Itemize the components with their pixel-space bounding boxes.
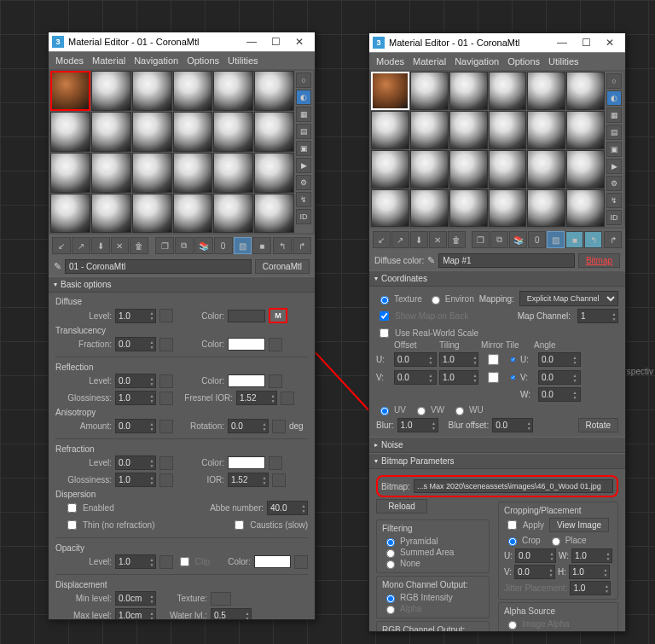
material-slot[interactable]: [371, 189, 409, 228]
material-slot[interactable]: [50, 153, 90, 193]
diffuse-level-map-button[interactable]: [159, 309, 173, 322]
diffuse-color-map-button[interactable]: M: [269, 308, 287, 323]
assign-to-selection-icon[interactable]: ⬇: [91, 237, 110, 254]
material-slot[interactable]: [91, 71, 131, 111]
material-slot[interactable]: [527, 189, 565, 228]
mono-alpha-radio[interactable]: Alpha: [382, 603, 484, 614]
go-parent-icon[interactable]: ↰: [584, 231, 602, 248]
menu-modes[interactable]: Modes: [55, 55, 84, 66]
blur-spinner[interactable]: ▲▼: [397, 418, 438, 432]
refraction-color-swatch[interactable]: [228, 456, 265, 469]
diffuse-level-spinner[interactable]: ▲▼: [115, 309, 156, 323]
w-angle-spinner[interactable]: ▲▼: [538, 387, 581, 402]
anisotropy-rotation-map-button[interactable]: [272, 420, 286, 433]
reflection-gloss-spinner[interactable]: ▲▼: [115, 391, 156, 405]
rotate-button[interactable]: Rotate: [578, 418, 618, 432]
eyedropper-icon[interactable]: ✎: [427, 255, 435, 266]
sample-type-icon[interactable]: ○: [606, 73, 622, 89]
anisotropy-rotation-spinner[interactable]: ▲▼: [228, 419, 269, 433]
go-to-parent-icon[interactable]: ↰: [273, 237, 292, 254]
translucency-color-swatch[interactable]: [228, 338, 265, 351]
make-unique-icon[interactable]: ⧉: [490, 231, 508, 248]
menu-options[interactable]: Options: [187, 55, 219, 66]
crop-radio[interactable]: Crop: [504, 535, 541, 546]
maximize-button[interactable]: ☐: [264, 34, 287, 49]
u-tiling-spinner[interactable]: ▲▼: [439, 352, 478, 367]
opacity-clip-checkbox[interactable]: Clip: [177, 554, 210, 569]
anisotropy-amount-map-button[interactable]: [159, 420, 173, 433]
fresnel-ior-map-button[interactable]: [281, 392, 294, 405]
put-material-icon[interactable]: ↗: [72, 237, 90, 254]
menu-navigation[interactable]: Navigation: [455, 56, 499, 67]
material-id-channel-icon[interactable]: 0: [214, 237, 233, 254]
material-slot[interactable]: [449, 150, 488, 189]
material-slot[interactable]: [566, 72, 605, 110]
material-id-channel-icon[interactable]: 0: [528, 231, 546, 248]
map-name-input[interactable]: [438, 253, 575, 268]
filtering-none-radio[interactable]: None: [382, 558, 484, 569]
u-angle-spinner[interactable]: ▲▼: [538, 352, 581, 367]
make-preview-icon[interactable]: ▶: [606, 159, 622, 174]
opacity-color-swatch[interactable]: [254, 555, 291, 568]
material-slot[interactable]: [173, 153, 213, 193]
opacity-color-map-button[interactable]: [294, 555, 308, 569]
material-slot[interactable]: [91, 194, 131, 234]
material-slot-1[interactable]: [50, 71, 90, 111]
view-image-button[interactable]: View Image: [549, 518, 609, 532]
pyramidal-radio[interactable]: Pyramidal: [382, 536, 484, 547]
blur-offset-spinner[interactable]: ▲▼: [492, 418, 533, 432]
material-slot[interactable]: [449, 111, 488, 149]
refraction-level-spinner[interactable]: ▲▼: [115, 455, 156, 470]
go-forward-icon[interactable]: ↱: [604, 231, 622, 248]
material-slot[interactable]: [91, 112, 131, 152]
reflection-color-map-button[interactable]: [269, 374, 282, 388]
menu-material[interactable]: Material: [92, 55, 125, 66]
material-slot[interactable]: [173, 71, 213, 111]
select-by-material-icon[interactable]: ↯: [606, 193, 622, 208]
reset-map-icon[interactable]: ✕: [111, 237, 130, 254]
video-color-icon[interactable]: ▣: [606, 142, 622, 157]
environ-radio[interactable]: Environ: [427, 293, 474, 305]
material-slot[interactable]: [566, 111, 605, 149]
material-slot[interactable]: [132, 112, 172, 152]
material-type-button[interactable]: CoronaMtl: [255, 259, 310, 274]
crop-v-spinner[interactable]: ▲▼: [514, 565, 555, 579]
material-id-icon[interactable]: ID: [606, 210, 622, 225]
material-slot[interactable]: [449, 72, 488, 110]
material-slot[interactable]: [489, 72, 527, 110]
options-icon[interactable]: ⚙: [296, 175, 311, 190]
u-mirror-checkbox[interactable]: [484, 354, 502, 365]
video-color-icon[interactable]: ▣: [296, 141, 311, 156]
make-unique-icon[interactable]: ⧉: [175, 237, 194, 254]
v-tiling-spinner[interactable]: ▲▼: [439, 370, 478, 385]
refraction-ior-spinner[interactable]: ▲▼: [228, 473, 269, 487]
opacity-level-map-button[interactable]: [159, 555, 173, 569]
u-offset-spinner[interactable]: ▲▼: [394, 352, 437, 367]
show-map-viewport-icon[interactable]: ▨: [547, 231, 565, 248]
menu-utilities[interactable]: Utilities: [228, 55, 258, 66]
eyedropper-icon[interactable]: ✎: [54, 261, 61, 272]
rollup-coordinates[interactable]: Coordinates: [369, 270, 625, 287]
disp-min-spinner[interactable]: ▲▼: [115, 591, 156, 606]
close-button[interactable]: ✕: [598, 35, 622, 50]
put-to-library-icon[interactable]: 📚: [509, 231, 527, 248]
put-material-icon[interactable]: ↗: [391, 231, 409, 248]
material-slot[interactable]: [527, 72, 565, 110]
disp-water-spinner[interactable]: ▲▼: [211, 608, 252, 619]
rollup-noise[interactable]: Noise: [369, 437, 625, 453]
maximize-button[interactable]: ☐: [574, 35, 598, 50]
disp-max-spinner[interactable]: ▲▼: [115, 608, 156, 619]
backlight-icon[interactable]: ◐: [606, 90, 622, 106]
background-icon[interactable]: ▦: [296, 107, 311, 122]
apply-checkbox[interactable]: Apply: [504, 518, 544, 532]
material-slot[interactable]: [213, 71, 253, 111]
backlight-icon[interactable]: ◐: [296, 90, 311, 105]
material-slot[interactable]: [254, 71, 294, 111]
u-tile-checkbox[interactable]: [511, 354, 515, 365]
show-map-viewport-icon[interactable]: ▨: [234, 237, 252, 254]
mono-rgb-radio[interactable]: RGB Intensity: [382, 592, 484, 603]
options-icon[interactable]: ⚙: [606, 176, 622, 191]
anisotropy-amount-spinner[interactable]: ▲▼: [115, 419, 156, 433]
bitmap-type-button[interactable]: Bitmap: [578, 253, 620, 268]
translucency-fraction-map-button[interactable]: [159, 338, 173, 351]
